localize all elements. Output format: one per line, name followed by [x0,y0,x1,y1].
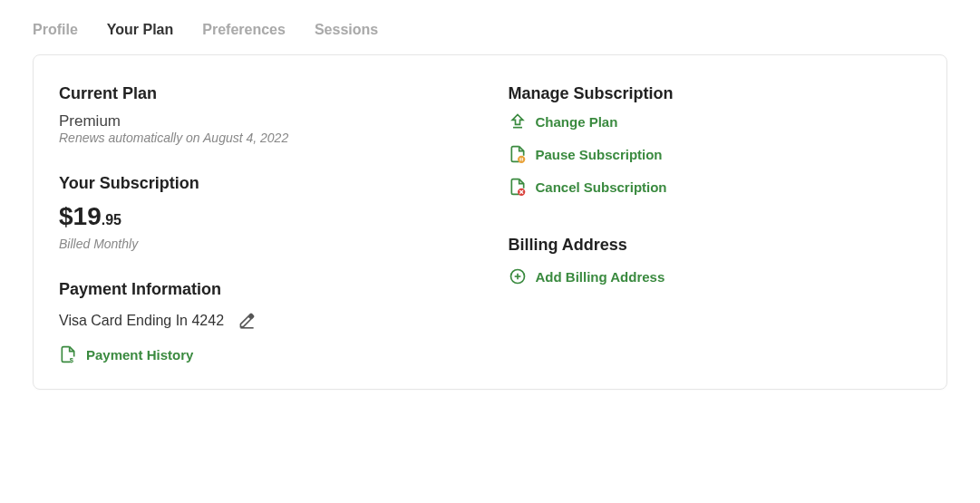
svg-point-3 [518,156,525,163]
billing-cycle: Billed Monthly [59,237,472,251]
current-plan-renewal: Renews automatically on August 4, 2022 [59,131,472,145]
manage-section: Manage Subscription Change Plan [509,84,922,196]
edit-payment-button[interactable] [238,312,256,329]
subscription-section: Your Subscription $19.95 Billed Monthly [59,174,472,251]
document-cancel-icon [509,178,527,196]
right-column: Manage Subscription Change Plan [509,84,922,363]
current-plan-name: Premium [59,112,472,131]
payment-history-label: Payment History [86,347,193,363]
payment-history-link[interactable]: $ Payment History [59,345,472,363]
price-cents: .95 [102,212,121,228]
tab-bar: Profile Your Plan Preferences Sessions [33,22,947,54]
subscription-heading: Your Subscription [59,174,472,193]
payment-card-label: Visa Card Ending In 4242 [59,313,224,329]
cancel-subscription-link[interactable]: Cancel Subscription [509,178,922,196]
change-plan-label: Change Plan [536,114,618,130]
add-billing-address-link[interactable]: Add Billing Address [509,267,922,285]
pencil-icon [238,312,256,329]
document-pause-icon [509,145,527,163]
pause-subscription-link[interactable]: Pause Subscription [509,145,922,163]
plus-circle-icon [509,267,527,285]
subscription-price: $19.95 [59,202,472,231]
add-billing-address-label: Add Billing Address [536,269,665,285]
left-column: Current Plan Premium Renews automaticall… [59,84,472,363]
tab-profile[interactable]: Profile [33,22,78,38]
upload-icon [509,112,527,131]
tab-preferences[interactable]: Preferences [202,22,286,38]
tab-your-plan[interactable]: Your Plan [107,22,174,38]
current-plan-heading: Current Plan [59,84,472,103]
payment-section: Payment Information Visa Card Ending In … [59,280,472,363]
current-plan-section: Current Plan Premium Renews automaticall… [59,84,472,145]
billing-heading: Billing Address [509,236,922,255]
change-plan-link[interactable]: Change Plan [509,112,922,131]
svg-rect-5 [521,158,522,160]
pause-subscription-label: Pause Subscription [536,147,663,162]
tab-sessions[interactable]: Sessions [315,22,378,38]
payment-heading: Payment Information [59,280,472,299]
cancel-subscription-label: Cancel Subscription [536,179,667,195]
billing-section: Billing Address Add Billing Address [509,236,922,285]
price-whole: $19 [59,202,102,231]
svg-text:$: $ [70,356,74,363]
svg-rect-4 [519,158,520,160]
document-money-icon: $ [59,345,77,363]
manage-heading: Manage Subscription [509,84,922,103]
plan-card: Current Plan Premium Renews automaticall… [33,54,947,390]
